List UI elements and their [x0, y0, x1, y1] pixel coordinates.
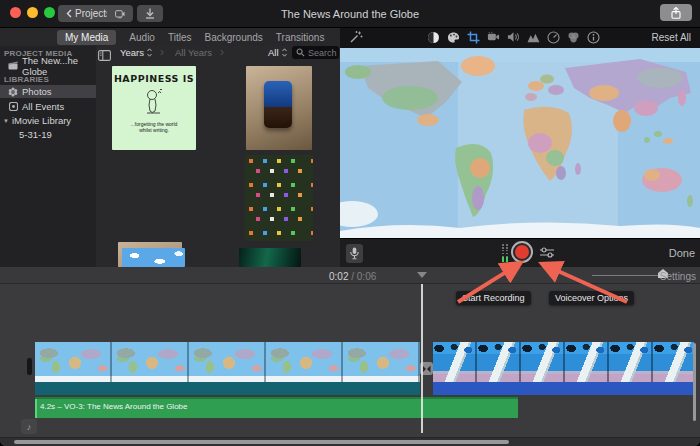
zoom-window-button[interactable] — [44, 7, 55, 18]
voiceover-options-button[interactable] — [539, 245, 555, 263]
search-icon — [296, 48, 305, 57]
media-thumbnail-happiness-card[interactable]: HAPPINESS IS ...forgetting the world whi… — [112, 66, 196, 150]
crop-icon[interactable] — [467, 30, 480, 44]
clip-trim-handle[interactable] — [27, 358, 32, 375]
volume-icon[interactable] — [507, 30, 520, 44]
media-thumbnail-can-photo[interactable] — [246, 66, 312, 150]
timeline-clip-map-audio-strip[interactable] — [35, 382, 420, 395]
group-by-dropdown[interactable]: Years — [120, 47, 152, 58]
search-placeholder: Search — [308, 48, 337, 58]
breadcrumb-all-years[interactable]: All Years — [175, 47, 212, 58]
import-media-button[interactable] — [107, 5, 133, 22]
chevron-left-icon — [66, 9, 72, 18]
enhance-wand-icon[interactable] — [349, 30, 363, 48]
reset-all-button[interactable]: Reset All — [652, 32, 691, 43]
microphone-button[interactable] — [346, 244, 363, 263]
tab-my-media[interactable]: My Media — [57, 30, 116, 45]
tooltip-start-recording: Start Recording — [456, 291, 531, 305]
background-music-well[interactable]: ♪ — [21, 419, 37, 434]
sidebar-item-all-events[interactable]: All Events — [0, 100, 96, 113]
voiceover-audio-clip[interactable]: 4.2s – VO-3: The News Around the Globe — [35, 397, 518, 418]
happiness-card-caption-line2: whilst writing. — [112, 127, 196, 133]
libraries-header: LIBRARIES — [4, 75, 49, 84]
events-icon — [8, 102, 18, 111]
doodle-drawing — [112, 87, 196, 121]
updown-chevrons-icon — [282, 48, 287, 57]
color-balance-icon[interactable] — [427, 30, 440, 44]
sidebar-item-label: Photos — [22, 86, 52, 97]
voiceover-clip-label: 4.2s – VO-3: The News Around the Globe — [40, 402, 188, 411]
import-arrow-icon — [145, 8, 155, 19]
filter-label: All — [268, 47, 279, 58]
music-note-icon: ♪ — [27, 422, 32, 432]
breadcrumb-chevron-icon: › — [220, 46, 224, 59]
viewer-toolbar: Reset All — [340, 28, 700, 48]
minimize-window-button[interactable] — [27, 7, 38, 18]
timeline-clip-map-video[interactable] — [35, 342, 420, 382]
audio-level-meter — [502, 244, 508, 262]
clip-filter-icon[interactable] — [567, 30, 580, 44]
tab-backgrounds[interactable]: Backgrounds — [204, 32, 262, 43]
media-thumbnail-game-clouds[interactable] — [122, 248, 185, 267]
sidebar-item-project[interactable]: The New...he Globe — [0, 59, 96, 72]
happiness-card-title: HAPPINESS IS — [112, 73, 196, 84]
filter-dropdown[interactable]: All — [268, 47, 287, 58]
voiceover-options-icon — [539, 246, 555, 259]
timeline-vscroll-thumb[interactable] — [693, 343, 696, 421]
sidebar-item-label: All Events — [22, 101, 64, 112]
sidebar-item-event-date[interactable]: 5-31-19 — [0, 128, 96, 141]
info-icon[interactable] — [587, 30, 600, 44]
timeline-hscroll-thumb[interactable] — [14, 440, 509, 444]
timeline-clip-waterfall-audio-strip[interactable] — [433, 382, 694, 395]
sidebar-item-label: iMovie Library — [12, 115, 71, 126]
titlebar: Projects The News Around the Globe — [0, 0, 700, 28]
viewer-panel: Reset All — [340, 28, 700, 267]
timeline: Start Recording Voiceover Options 4.2s –… — [0, 284, 700, 446]
transport-bar: 0:02 / 0:06 Settings — [0, 267, 700, 284]
search-input[interactable]: Search — [292, 46, 339, 59]
playhead-line[interactable] — [421, 284, 423, 433]
projects-back-label: Projects — [75, 8, 111, 19]
speed-icon[interactable] — [547, 30, 560, 44]
start-recording-button[interactable] — [511, 241, 533, 263]
record-icon — [515, 245, 529, 259]
group-by-label: Years — [120, 47, 144, 58]
tooltip-voiceover-options: Voiceover Options — [549, 291, 634, 305]
media-thumbnail-homescreen[interactable] — [245, 155, 313, 241]
browser-filter-row: Years › All Years › All Search — [96, 46, 340, 60]
done-button[interactable]: Done — [669, 247, 695, 259]
tab-transitions[interactable]: Transitions — [276, 32, 325, 43]
tab-audio[interactable]: Audio — [129, 32, 155, 43]
timecode: 0:02 / 0:06 — [329, 271, 376, 282]
media-browser: Years › All Years › All Search HAPPINESS… — [96, 46, 340, 267]
timeline-zoom-slider[interactable] — [592, 275, 660, 276]
playhead-marker[interactable] — [417, 272, 427, 278]
media-thumbnail-aurora[interactable] — [239, 248, 301, 267]
media-tabbar: My Media Audio Titles Backgrounds Transi… — [0, 28, 340, 46]
import-button[interactable] — [137, 5, 163, 22]
clapperboard-icon — [8, 61, 18, 70]
settings-button[interactable]: Settings — [660, 271, 696, 282]
sidebar-item-imovie-library[interactable]: ▼ iMovie Library — [0, 114, 96, 127]
timeline-hscroll-track[interactable] — [0, 437, 700, 446]
tab-titles[interactable]: Titles — [168, 32, 192, 43]
share-button[interactable] — [660, 4, 692, 21]
current-time: 0:02 — [329, 271, 348, 282]
sidebar-item-photos[interactable]: Photos — [0, 85, 96, 98]
sidebar-item-label: The New...he Globe — [22, 55, 96, 77]
adjust-toolbar-icons — [427, 30, 600, 44]
color-correction-icon[interactable] — [447, 30, 460, 44]
libraries-sidebar: PROJECT MEDIA The New...he Globe LIBRARI… — [0, 46, 96, 267]
timeline-clip-waterfall-video[interactable] — [433, 342, 694, 382]
stabilization-icon[interactable] — [487, 30, 500, 44]
noise-reduction-icon[interactable] — [527, 30, 540, 44]
pane-toggle-button[interactable] — [98, 47, 111, 65]
imovie-window: Projects The News Around the Globe My Me… — [0, 0, 700, 446]
photos-flower-icon — [8, 87, 18, 97]
video-preview-world-map — [340, 48, 700, 238]
total-duration: 0:06 — [357, 271, 376, 282]
close-window-button[interactable] — [10, 7, 21, 18]
updown-chevrons-icon — [147, 48, 152, 57]
sidebar-item-label: 5-31-19 — [19, 129, 52, 140]
disclosure-triangle-icon[interactable]: ▼ — [3, 118, 9, 124]
